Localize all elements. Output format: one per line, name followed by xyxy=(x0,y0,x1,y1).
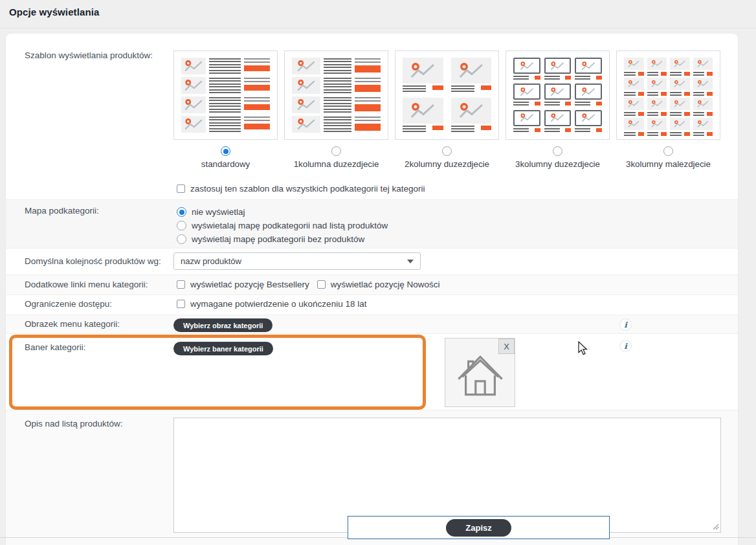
news-checkbox[interactable] xyxy=(317,280,326,289)
radio-button[interactable] xyxy=(177,234,186,244)
subcategory-map-options: nie wyświetlajwyświetalaj mapę podkatego… xyxy=(173,200,738,246)
template-options: standardowy1kolumna duzezdjecie2kolumny … xyxy=(173,34,738,169)
template-radio[interactable] xyxy=(331,146,341,156)
apply-all-checkbox-row[interactable]: zastosuj ten szablon dla wszystkich podk… xyxy=(173,184,738,194)
template-radio[interactable] xyxy=(663,146,673,156)
banner-info-icon[interactable]: i xyxy=(619,340,632,352)
menu-image-info-icon[interactable]: i xyxy=(619,318,632,331)
settings-panel: Szablon wyświetlania produktów: standard… xyxy=(6,34,738,545)
image-placeholder-icon xyxy=(184,58,203,74)
template-thumbnail[interactable] xyxy=(395,50,499,140)
menu-image-label: Obrazek menu kategorii: xyxy=(6,315,173,333)
category-display-options-page: Opcje wyświetlania Szablon wyświetlania … xyxy=(0,0,756,545)
image-placeholder-icon xyxy=(549,86,566,98)
template-thumbnail[interactable] xyxy=(616,50,720,140)
image-placeholder-icon xyxy=(696,59,709,69)
template-option-3kolumny-duzezdjecie[interactable]: 3kolumny duzezdjecie xyxy=(506,50,610,169)
image-placeholder-icon xyxy=(627,59,640,69)
default-order-select[interactable]: nazw produktów xyxy=(173,252,421,270)
bestsellers-label: wyświetlać pozycję Bestsellery xyxy=(190,280,309,289)
row-access-restriction: Ograniczenie dostępu: wymagane potwierdz… xyxy=(6,295,738,315)
template-option-2kolumny-duzezdjecie[interactable]: 2kolumny duzezdjecie xyxy=(395,50,499,169)
image-placeholder-icon xyxy=(650,59,663,69)
image-placeholder-icon xyxy=(650,99,663,109)
template-thumbnail[interactable] xyxy=(284,50,388,140)
row-banner: Baner kategorii: Wybierz baner kategorii… xyxy=(6,333,738,410)
image-placeholder-icon xyxy=(673,79,686,89)
image-placeholder-icon xyxy=(184,78,203,93)
image-placeholder-icon xyxy=(696,99,709,109)
image-placeholder-icon xyxy=(650,79,663,89)
image-placeholder-icon xyxy=(296,58,316,74)
adult-confirm-label: wymagane potwierdzenie o ukończeniu 18 l… xyxy=(190,299,366,309)
template-radio[interactable] xyxy=(442,146,452,156)
image-placeholder-icon xyxy=(296,117,316,132)
row-menu-image: Obrazek menu kategorii: Wybierz obraz ka… xyxy=(6,315,738,333)
image-placeholder-icon xyxy=(673,59,686,69)
default-order-label: Domyślna kolejność produktów wg: xyxy=(6,249,173,274)
remove-banner-button[interactable]: X xyxy=(498,339,515,354)
image-placeholder-icon xyxy=(580,112,597,124)
template-option-standardowy[interactable]: standardowy xyxy=(173,50,278,169)
save-button[interactable]: Zapisz xyxy=(446,519,511,537)
image-placeholder-icon xyxy=(457,60,485,81)
radio-button[interactable] xyxy=(177,221,186,230)
image-placeholder-icon xyxy=(696,119,709,129)
template-thumbnail[interactable] xyxy=(506,50,610,140)
template-option-label: 3kolumny duzezdjecie xyxy=(506,159,610,169)
image-placeholder-icon xyxy=(518,60,535,72)
header-divider xyxy=(0,28,756,28)
template-section-label: Szablon wyświetlania produktów: xyxy=(6,34,173,199)
choose-menu-image-button[interactable]: Wybierz obraz kategorii xyxy=(173,318,272,332)
template-option-label: 1kolumna duzezdjecie xyxy=(284,159,388,169)
row-extra-links: Dodatkowe linki menu kategorii: wyświetl… xyxy=(6,274,738,295)
image-placeholder-icon xyxy=(627,79,640,89)
adult-confirm-checkbox-row[interactable]: wymagane potwierdzenie o ukończeniu 18 l… xyxy=(177,299,366,309)
row-subcategory-map: Mapa podkategorii: nie wyświetlajwyświet… xyxy=(6,199,738,248)
image-placeholder-icon xyxy=(549,60,566,72)
news-label: wyświetlać pozycję Nowości xyxy=(331,280,440,289)
image-placeholder-icon xyxy=(549,112,566,124)
subcategory-map-label: Mapa podkategorii: xyxy=(6,200,173,248)
image-placeholder-icon xyxy=(296,97,316,113)
radio-button[interactable] xyxy=(177,207,186,217)
adult-confirm-checkbox[interactable] xyxy=(177,300,185,308)
image-placeholder-icon xyxy=(627,119,640,129)
row-template: Szablon wyświetlania produktów: standard… xyxy=(6,34,738,199)
image-placeholder-icon xyxy=(650,119,663,129)
subcategory-map-option[interactable]: wyświetalaj mapę podkategorii nad listą … xyxy=(177,219,738,232)
image-placeholder-icon xyxy=(580,60,597,72)
template-radio[interactable] xyxy=(221,146,230,156)
apply-all-label: zastosuj ten szablon dla wszystkich podk… xyxy=(190,184,425,194)
template-option-label: 2kolumny duzezdjecie xyxy=(395,159,499,169)
bestsellers-checkbox[interactable] xyxy=(177,280,185,289)
banner-thumbnail: X xyxy=(445,338,515,407)
image-placeholder-icon xyxy=(673,119,686,129)
image-placeholder-icon xyxy=(408,60,437,81)
access-restriction-label: Ograniczenie dostępu: xyxy=(6,295,173,315)
description-label: Opis nad listą produktów: xyxy=(6,410,173,545)
image-placeholder-icon xyxy=(184,97,203,113)
image-placeholder-icon xyxy=(673,99,686,109)
news-checkbox-row[interactable]: wyświetlać pozycję Nowości xyxy=(317,280,440,289)
subcategory-map-option[interactable]: nie wyświetlaj xyxy=(177,205,738,219)
image-placeholder-icon xyxy=(627,99,640,109)
row-default-order: Domyślna kolejność produktów wg: nazw pr… xyxy=(6,248,738,274)
image-placeholder-icon xyxy=(518,86,535,98)
extra-links-label: Dodatkowe linki menu kategorii: xyxy=(6,275,173,295)
bestsellers-checkbox-row[interactable]: wyświetlać pozycję Bestsellery xyxy=(177,280,309,289)
dropdown-arrow-icon xyxy=(407,260,414,263)
template-option-1kolumna-duzezdjecie[interactable]: 1kolumna duzezdjecie xyxy=(284,50,388,169)
template-radio[interactable] xyxy=(553,146,562,156)
choose-banner-button[interactable]: Wybierz baner kategorii xyxy=(173,342,273,355)
template-option-3kolumny-malezdjecie[interactable]: 3kolumny malezdjecie xyxy=(616,50,720,169)
template-option-label: 3kolumny malezdjecie xyxy=(616,159,720,169)
house-icon xyxy=(454,347,506,399)
resize-handle-icon[interactable] xyxy=(712,523,719,530)
image-placeholder-icon xyxy=(408,100,437,121)
image-placeholder-icon xyxy=(184,117,203,132)
banner-label: Baner kategorii: xyxy=(6,334,173,410)
apply-all-checkbox[interactable] xyxy=(177,184,185,193)
subcategory-map-option[interactable]: wyświetlaj mapę podkategorii bez produkt… xyxy=(177,232,738,246)
template-thumbnail[interactable] xyxy=(173,50,278,140)
